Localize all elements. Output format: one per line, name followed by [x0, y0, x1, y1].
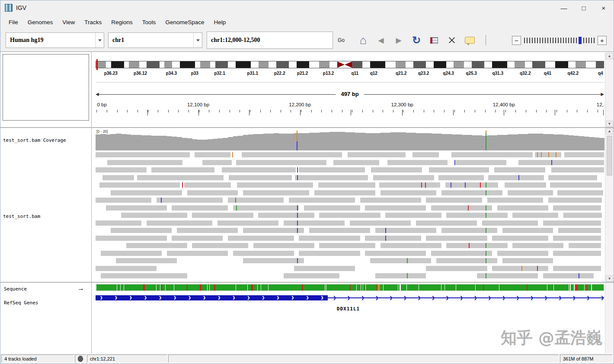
sequence-track-label[interactable]: Sequence — [4, 286, 27, 292]
read-segment[interactable] — [563, 213, 602, 218]
go-button[interactable]: Go — [336, 35, 347, 45]
read-segment[interactable] — [147, 220, 213, 226]
read-segment[interactable] — [350, 220, 411, 226]
read-segment[interactable] — [553, 205, 601, 211]
read-segment[interactable] — [553, 236, 601, 241]
menu-view[interactable]: View — [58, 15, 80, 29]
read-segment[interactable] — [365, 251, 426, 256]
read-segment[interactable] — [106, 205, 167, 211]
read-segment[interactable] — [451, 152, 533, 157]
read-segment[interactable] — [295, 175, 368, 180]
read-segment[interactable] — [96, 266, 157, 271]
gene-exon-bar[interactable]: ❯❯❯❯❯❯❯❯❯❯❯❯❯❯❯❯ — [96, 295, 328, 300]
read-segment[interactable] — [505, 182, 546, 188]
menu-tracks[interactable]: Tracks — [80, 15, 106, 29]
read-segment[interactable] — [96, 236, 167, 241]
gc-circle-icon[interactable] — [78, 356, 83, 362]
read-segment[interactable] — [436, 258, 497, 263]
snapshot-button[interactable] — [427, 33, 441, 47]
read-segment[interactable] — [289, 198, 355, 203]
read-segment[interactable] — [543, 220, 601, 226]
read-segment[interactable] — [426, 236, 487, 241]
menu-genomespace[interactable]: GenomeSpace — [160, 15, 209, 29]
read-segment[interactable] — [569, 243, 601, 248]
read-segment[interactable] — [96, 198, 151, 203]
read-segment[interactable] — [494, 167, 545, 172]
read-segment[interactable] — [237, 182, 313, 188]
home-button[interactable]: ⌂ — [356, 33, 370, 47]
read-segment[interactable] — [548, 198, 602, 203]
read-segment[interactable] — [314, 190, 375, 195]
scrollbar[interactable]: ▲ ▼ — [605, 128, 614, 282]
read-segment[interactable] — [365, 205, 426, 211]
read-segment[interactable] — [243, 190, 309, 195]
back-button[interactable]: ◀ — [374, 33, 388, 47]
read-segment[interactable] — [365, 236, 421, 241]
read-segment[interactable] — [550, 182, 602, 188]
read-segment[interactable] — [177, 228, 238, 233]
coverage-track[interactable]: [0 - 20] — [96, 131, 604, 150]
scrollbar-thumb[interactable] — [607, 136, 612, 176]
read-segment[interactable] — [441, 190, 502, 195]
read-segment[interactable] — [508, 190, 553, 195]
menu-tools[interactable]: Tools — [138, 15, 161, 29]
read-segment[interactable] — [172, 236, 223, 241]
gene-name-label[interactable]: DDX11L1 — [337, 306, 360, 312]
read-segment[interactable] — [445, 182, 498, 188]
read-segment[interactable] — [446, 243, 507, 248]
sequence-strand-arrow-icon[interactable]: → — [77, 284, 84, 292]
zoom-in-button[interactable]: + — [598, 36, 607, 45]
read-segment[interactable] — [217, 220, 278, 226]
read-segment[interactable] — [222, 167, 296, 172]
read-segment[interactable] — [233, 251, 294, 256]
read-segment[interactable] — [172, 205, 227, 211]
read-segment[interactable] — [228, 236, 294, 241]
zoom-thumb[interactable] — [579, 37, 582, 44]
read-segment[interactable] — [456, 160, 507, 165]
chevron-down-icon[interactable] — [193, 33, 202, 48]
read-segment[interactable] — [102, 175, 134, 180]
read-segment[interactable] — [126, 243, 187, 248]
read-segment[interactable] — [184, 182, 231, 188]
locus-input[interactable]: chr1:12,000-12,500 — [207, 32, 333, 49]
read-segment[interactable] — [233, 205, 299, 211]
read-segment[interactable] — [137, 175, 224, 180]
read-segment[interactable] — [512, 213, 558, 218]
read-segment[interactable] — [96, 167, 147, 172]
read-segment[interactable] — [96, 152, 190, 157]
refseq-track-label[interactable]: RefSeq Genes — [4, 300, 38, 306]
read-segment[interactable] — [151, 167, 214, 172]
read-segment[interactable] — [195, 152, 230, 157]
forward-button[interactable]: ▶ — [392, 33, 406, 47]
fit-to-window-button[interactable] — [445, 33, 459, 47]
read-segment[interactable] — [558, 228, 601, 233]
refresh-button[interactable]: ↻ — [409, 33, 423, 47]
memory-gc-cell[interactable] — [75, 354, 86, 363]
read-segment[interactable] — [157, 198, 223, 203]
scroll-up-icon[interactable]: ▲ — [606, 128, 613, 134]
read-segment[interactable] — [309, 228, 370, 233]
read-segment[interactable] — [373, 175, 434, 180]
read-segment[interactable] — [431, 205, 492, 211]
read-segment[interactable] — [497, 205, 548, 211]
read-segment[interactable] — [381, 243, 441, 248]
read-segment[interactable] — [438, 175, 484, 180]
read-segment[interactable] — [242, 152, 342, 157]
read-segment[interactable] — [304, 205, 360, 211]
genome-select[interactable]: Human hg19 — [6, 32, 104, 48]
read-segment[interactable] — [488, 175, 544, 180]
read-segment[interactable] — [487, 198, 543, 203]
read-segment[interactable] — [543, 273, 594, 278]
read-segment[interactable] — [101, 251, 162, 256]
read-segment[interactable] — [429, 167, 489, 172]
read-segment[interactable] — [121, 213, 187, 218]
scrollbar[interactable]: ▲ ▼ — [605, 53, 614, 127]
read-segment[interactable] — [258, 213, 314, 218]
read-segment[interactable] — [512, 243, 563, 248]
read-segment[interactable] — [416, 220, 477, 226]
read-segment[interactable] — [284, 273, 339, 278]
chevron-down-icon[interactable] — [95, 33, 104, 48]
read-segment[interactable] — [167, 251, 228, 256]
menu-regions[interactable]: Regions — [106, 15, 138, 29]
close-button[interactable]: × — [594, 0, 614, 15]
